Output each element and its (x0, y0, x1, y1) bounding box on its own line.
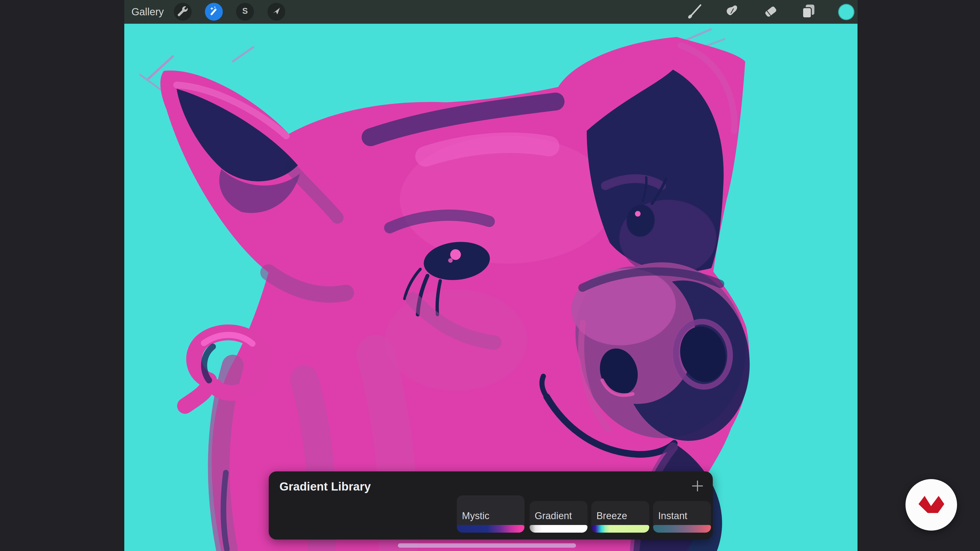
eraser-tool-button[interactable] (762, 3, 779, 20)
gradient-card-label: Gradient (535, 510, 572, 521)
gradient-library-panel: Gradient Library Mystic Gradient Breeze … (269, 472, 713, 540)
transform-arrow-icon (271, 6, 282, 17)
panel-title: Gradient Library (280, 480, 371, 493)
floating-logo-button[interactable] (905, 479, 957, 530)
adjustments-button[interactable] (205, 3, 223, 21)
gradient-card-label: Instant (658, 510, 687, 521)
home-indicator[interactable] (398, 543, 576, 548)
gradient-preview-bar (530, 525, 587, 533)
active-color-swatch[interactable] (838, 4, 854, 20)
gallery-button[interactable]: Gallery (131, 0, 164, 24)
svg-text:S: S (242, 6, 248, 16)
procreate-screen: Gallery S (0, 0, 980, 551)
add-gradient-button[interactable] (692, 480, 703, 492)
brush-tool-button[interactable] (687, 3, 703, 20)
layers-icon (800, 3, 816, 21)
brush-icon (687, 3, 703, 21)
gradient-card-gradient[interactable]: Gradient (530, 501, 587, 533)
gradient-card-mystic[interactable]: Mystic (457, 495, 525, 533)
eraser-icon (762, 3, 779, 21)
gradient-card-instant[interactable]: Instant (653, 501, 711, 533)
selection-s-icon: S (240, 6, 250, 17)
wrench-icon (178, 6, 188, 17)
red-v-logo (905, 478, 957, 531)
gradient-card-label: Mystic (462, 510, 490, 521)
transform-button[interactable] (267, 3, 285, 21)
plus-icon (692, 488, 703, 492)
magic-wand-icon (208, 6, 219, 17)
top-toolbar: Gallery S (124, 0, 858, 24)
gradient-card-breeze[interactable]: Breeze (591, 501, 649, 533)
actions-button[interactable] (174, 3, 192, 21)
selection-button[interactable]: S (236, 3, 254, 21)
gradient-preview-bar (457, 525, 525, 533)
gradient-card-label: Breeze (597, 510, 627, 521)
smudge-icon (723, 3, 740, 21)
layers-button[interactable] (800, 3, 816, 20)
gradient-preview-bar (591, 525, 649, 533)
smudge-tool-button[interactable] (723, 3, 740, 20)
gradient-preview-bar (653, 525, 711, 533)
